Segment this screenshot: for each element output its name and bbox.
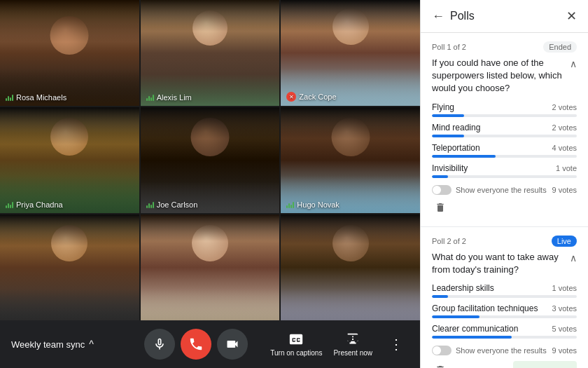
poll-2-section: Poll 2 of 2 Live What do you want to tak… [421, 227, 588, 368]
participant-label-2: Alexis Lim [146, 93, 192, 102]
poll-2-number: Poll 2 of 2 [432, 237, 466, 245]
participant-cell-3: ✕ Zack Cope [281, 0, 420, 106]
poll-1-option-mind-reading: Mind reading 2 votes [432, 123, 577, 137]
poll-2-actions-row: End the poll [432, 361, 577, 368]
poll-1-total-votes: 9 votes [552, 186, 577, 194]
poll-1-meta: Poll 1 of 2 Ended [432, 41, 577, 53]
poll-1-option-invisibility-votes: 1 vote [556, 164, 577, 172]
poll-1-option-flying: Flying 2 votes [432, 102, 577, 117]
polls-title: Polls [450, 10, 561, 22]
mic-active-icon-1 [6, 95, 13, 101]
poll-2-option-communication: Clearer communication 5 votes [432, 324, 577, 339]
mic-button[interactable] [144, 329, 175, 360]
participant-cell-9 [281, 214, 420, 320]
poll-2-option-communication-label: Clearer communication [432, 324, 518, 334]
polls-body: Poll 1 of 2 Ended If you could have one … [421, 33, 588, 368]
poll-1-question: If you could have one of the superpowers… [432, 57, 566, 95]
participant-cell-7 [0, 214, 139, 320]
mic-active-icon-6 [286, 202, 294, 208]
poll-1-status: Ended [543, 41, 577, 53]
poll-1-delete-button[interactable] [432, 199, 577, 218]
poll-2-option-leadership-votes: 1 votes [552, 284, 577, 292]
poll-1-option-teleportation-label: Teleportation [432, 143, 480, 153]
polls-close-button[interactable]: ✕ [566, 8, 577, 24]
poll-2-total-votes: 9 votes [552, 346, 577, 355]
mic-active-icon-4 [6, 202, 13, 208]
toolbar-right: Turn on captions Present now ⋮ [269, 330, 409, 358]
toolbar: Weekly team sync ^ [0, 320, 420, 368]
poll-2-show-results-label: Show everyone the results [456, 346, 547, 355]
poll-1-option-invisibility: Invisibility 1 vote [432, 163, 577, 178]
meeting-title: Weekly team sync [11, 339, 85, 350]
poll-2-option-communication-votes: 5 votes [552, 325, 577, 333]
poll-1-option-mindreading-votes: 2 votes [552, 123, 577, 132]
poll-1-option-flying-votes: 2 votes [552, 103, 577, 111]
participant-cell-2: Alexis Lim [141, 0, 280, 106]
poll-1-toggle[interactable] [432, 185, 451, 195]
participant-cell-4: Priya Chadna [0, 107, 139, 213]
poll-2-question: What do you want to take away from today… [432, 251, 566, 276]
poll-2-option-facilitation-votes: 3 votes [552, 304, 577, 313]
end-call-button[interactable] [181, 329, 211, 360]
poll-2-footer: Show everyone the results 9 votes [432, 346, 577, 355]
captions-button[interactable]: Turn on captions [270, 332, 322, 357]
end-poll-button[interactable]: End the poll [513, 361, 577, 368]
video-grid: Rosa Michaels Alexis Lim [0, 0, 420, 320]
poll-2-collapse-icon[interactable]: ∧ [570, 252, 577, 264]
captions-label: Turn on captions [270, 349, 322, 357]
video-area: Rosa Michaels Alexis Lim [0, 0, 420, 368]
poll-1-option-flying-label: Flying [432, 102, 454, 112]
poll-2-option-facilitation: Group facilitation techniques 3 votes [432, 304, 577, 318]
mic-active-icon-5 [146, 202, 154, 208]
participant-cell-1: Rosa Michaels [0, 0, 139, 106]
poll-2-toggle[interactable] [432, 346, 451, 355]
participant-cell-6: Hugo Novak [281, 107, 420, 213]
poll-2-option-leadership: Leadership skills 1 votes [432, 283, 577, 298]
polls-back-button[interactable]: ← [432, 9, 444, 24]
participant-label-1: Rosa Michaels [6, 93, 66, 102]
poll-1-option-invisibility-label: Invisibility [432, 163, 468, 173]
poll-1-option-mindreading-label: Mind reading [432, 123, 480, 132]
toolbar-center [123, 329, 269, 360]
poll-1-show-results: Show everyone the results [432, 185, 547, 195]
chevron-up-icon[interactable]: ^ [89, 339, 94, 350]
participant-cell-8 [141, 214, 280, 320]
poll-1-collapse-icon[interactable]: ∧ [570, 58, 577, 69]
poll-2-meta: Poll 2 of 2 Live [432, 236, 577, 247]
poll-2-status: Live [552, 236, 577, 247]
poll-2-option-leadership-label: Leadership skills [432, 283, 494, 293]
poll-1-option-teleportation: Teleportation 4 votes [432, 143, 577, 158]
poll-1-show-results-label: Show everyone the results [456, 186, 547, 194]
participant-label-4: Priya Chadna [6, 200, 63, 209]
poll-2-show-results: Show everyone the results [432, 346, 547, 355]
camera-button[interactable] [217, 329, 248, 360]
poll-2-delete-button[interactable] [432, 362, 449, 368]
poll-2-option-facilitation-label: Group facilitation techniques [432, 304, 538, 313]
poll-1-section: Poll 1 of 2 Ended If you could have one … [421, 33, 588, 227]
participant-label-5: Joe Carlson [146, 200, 198, 209]
polls-header: ← Polls ✕ [421, 0, 588, 33]
participant-label-6: Hugo Novak [286, 200, 340, 209]
meeting-title-area: Weekly team sync ^ [11, 339, 123, 350]
participant-label-3: ✕ Zack Cope [286, 92, 336, 102]
poll-1-option-teleportation-votes: 4 votes [552, 144, 577, 152]
polls-panel: ← Polls ✕ Poll 1 of 2 Ended If you could… [420, 0, 588, 368]
mic-active-icon-2 [146, 95, 154, 101]
mic-muted-icon-3: ✕ [286, 92, 296, 102]
participant-cell-5: Joe Carlson [141, 107, 280, 213]
present-label: Present now [333, 349, 372, 357]
present-button[interactable]: Present now [333, 332, 372, 357]
more-options-button[interactable]: ⋮ [384, 330, 409, 358]
poll-1-number: Poll 1 of 2 [432, 43, 466, 51]
poll-1-footer: Show everyone the results 9 votes [432, 185, 577, 195]
